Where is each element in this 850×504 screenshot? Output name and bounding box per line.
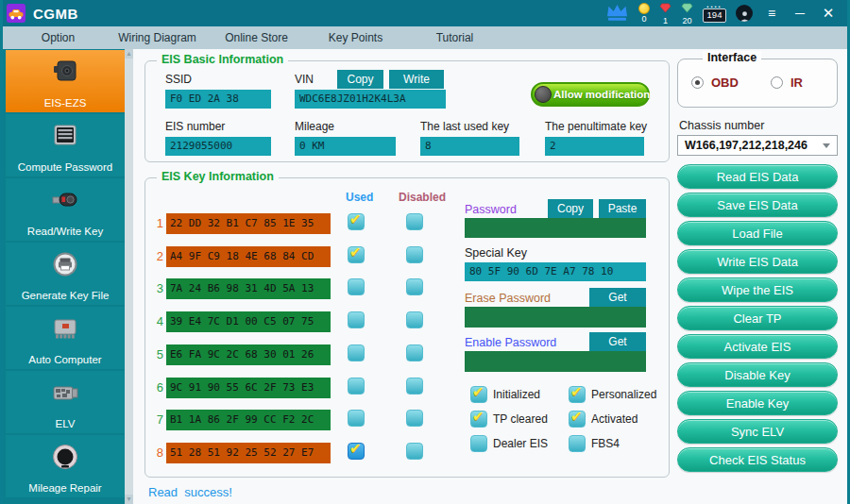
red-gem-stat[interactable]: 1 <box>659 1 672 25</box>
enable-key-button[interactable]: Enable Key <box>677 391 838 415</box>
eis-number-label: EIS number <box>165 120 225 133</box>
flag-checkbox[interactable] <box>569 386 586 403</box>
password-paste-button[interactable]: Paste <box>599 199 646 218</box>
flag-dealer-eis[interactable]: Dealer EIS <box>470 435 569 452</box>
used-checkbox[interactable] <box>348 443 365 460</box>
flag-label: Personalized <box>591 388 656 401</box>
toggle-label: Allow modification <box>553 89 650 100</box>
used-checkbox[interactable] <box>348 344 365 361</box>
write-eis-data-button[interactable]: Write EIS Data <box>677 249 838 274</box>
sidebar-scrollbar[interactable]: ▲ ▼ <box>125 49 133 504</box>
read-eis-data-button[interactable]: Read EIS Data <box>677 164 838 189</box>
disabled-checkbox[interactable] <box>406 246 423 263</box>
check-eis-status-button[interactable]: Check EIS Status <box>677 447 838 472</box>
menu-item-wiring-diagram[interactable]: Wiring Diagram <box>108 31 207 44</box>
minimize-icon[interactable]: ─ <box>790 0 809 26</box>
used-checkbox[interactable] <box>348 278 365 295</box>
flag-label: Dealer EIS <box>493 437 548 450</box>
flag-checkbox[interactable] <box>470 435 487 452</box>
disabled-checkbox[interactable] <box>406 213 423 230</box>
user-avatar-icon[interactable] <box>736 5 753 22</box>
vin-write-button[interactable]: Write <box>389 70 444 89</box>
calendar-stat[interactable]: •••• 194 <box>703 5 726 23</box>
special-key-field[interactable]: 80 5F 90 6D 7E A7 78 10 <box>465 262 646 281</box>
disabled-checkbox[interactable] <box>406 410 423 427</box>
used-checkbox[interactable] <box>348 246 365 263</box>
scroll-down-icon[interactable]: ▼ <box>125 495 133 504</box>
disabled-checkbox[interactable] <box>406 278 423 295</box>
disable-key-button[interactable]: Disable Key <box>677 362 838 387</box>
key-row: 37A 24 B6 98 31 4D 5A 13 <box>145 278 448 299</box>
disabled-checkbox[interactable] <box>406 443 423 460</box>
penultimate-key-field[interactable]: 2 <box>545 137 644 156</box>
flag-checkbox[interactable] <box>569 411 586 428</box>
close-icon[interactable]: ✕ <box>819 0 838 26</box>
sidebar-item-compute-password[interactable]: Compute Password <box>6 114 125 176</box>
sidebar-item-eis-ezs[interactable]: EIS-EZS <box>6 50 125 112</box>
sidebar-list: EIS-EZSCompute PasswordRead/Write KeyGen… <box>6 50 125 499</box>
menu-item-key-points[interactable]: Key Points <box>306 31 405 44</box>
vin-copy-button[interactable]: Copy <box>337 70 383 89</box>
penultimate-key-label: The penultimate key <box>545 120 647 133</box>
menu-bar: OptionWiring DiagramOnline StoreKey Poin… <box>3 26 847 49</box>
erase-password-label: Erase Password <box>465 292 551 305</box>
eis-number-field[interactable]: 2129055000 <box>165 137 271 156</box>
menu-item-option[interactable]: Option <box>8 31 108 44</box>
used-checkbox[interactable] <box>348 213 365 230</box>
password-field[interactable] <box>465 218 646 238</box>
sync-elv-button[interactable]: Sync ELV <box>677 419 838 444</box>
sidebar: EIS-EZSCompute PasswordRead/Write KeyGen… <box>3 49 133 504</box>
elv-icon <box>50 377 80 409</box>
allow-modification-toggle[interactable]: Allow modification <box>531 82 650 107</box>
vin-field[interactable]: WDC6E8JZ01H2K4L3A <box>295 90 446 109</box>
hamburger-menu-icon[interactable]: ≡ <box>762 0 781 26</box>
enable-password-field[interactable] <box>465 351 646 372</box>
flag-checkbox[interactable] <box>470 411 487 428</box>
menu-item-tutorial[interactable]: Tutorial <box>405 31 504 44</box>
coin-stat[interactable]: 0 <box>638 3 650 24</box>
password-copy-button[interactable]: Copy <box>548 199 593 218</box>
used-checkbox[interactable] <box>348 311 365 328</box>
ir-radio[interactable]: IR <box>771 76 803 90</box>
flag-activated[interactable]: Activated <box>569 411 659 428</box>
sidebar-item-elv[interactable]: ELV <box>6 371 125 433</box>
scroll-up-icon[interactable]: ▲ <box>125 49 133 59</box>
sidebar-item-generate-key-file[interactable]: Generate Key File <box>6 243 125 305</box>
wipe-the-eis-button[interactable]: Wipe the EIS <box>677 277 838 302</box>
flag-checkbox[interactable] <box>569 435 586 452</box>
mileage-field[interactable]: 0 KM <box>295 137 396 156</box>
enable-password-label: Enable Password <box>465 336 556 349</box>
used-checkbox[interactable] <box>348 378 365 395</box>
clear-tp-button[interactable]: Clear TP <box>677 306 838 330</box>
used-checkbox[interactable] <box>348 410 365 427</box>
erase-password-field[interactable] <box>465 307 646 328</box>
flag-tp-cleared[interactable]: TP cleared <box>470 411 569 428</box>
erase-password-get-button[interactable]: Get <box>589 288 646 307</box>
enable-password-get-button[interactable]: Get <box>589 332 646 351</box>
save-eis-data-button[interactable]: Save EIS Data <box>677 193 838 217</box>
ezs-icon <box>50 56 80 88</box>
chassis-number-select[interactable]: W166,197,212,218,246 <box>677 135 838 156</box>
flag-fbs4[interactable]: FBS4 <box>569 435 659 452</box>
menu-item-online-store[interactable]: Online Store <box>207 31 306 44</box>
last-used-key-field[interactable]: 8 <box>420 137 519 156</box>
disabled-checkbox[interactable] <box>406 344 423 361</box>
load-file-button[interactable]: Load File <box>677 221 838 245</box>
flag-initialized[interactable]: Initialized <box>470 386 569 403</box>
flag-checkbox[interactable] <box>470 386 487 403</box>
obd-radio[interactable]: OBD <box>691 76 739 90</box>
sidebar-item-label: Read/Write Key <box>27 226 103 237</box>
green-gem-stat[interactable]: 20 <box>681 1 693 25</box>
left-stack: EIS Basic Information SSID F0 ED 2A 38 V… <box>144 59 670 504</box>
flag-personalized[interactable]: Personalized <box>569 386 659 403</box>
sidebar-item-mileage-repair[interactable]: Mileage Repair <box>6 435 125 497</box>
crown-icon[interactable] <box>605 4 629 26</box>
group-title: EIS Basic Information <box>157 53 288 66</box>
disabled-checkbox[interactable] <box>406 378 423 395</box>
sidebar-item-label: Mileage Repair <box>28 482 101 494</box>
disabled-checkbox[interactable] <box>406 311 423 328</box>
sidebar-item-auto-computer[interactable]: Auto Computer <box>6 307 125 369</box>
activate-eis-button[interactable]: Activate EIS <box>677 334 838 359</box>
sidebar-item-read-write-key[interactable]: Read/Write Key <box>6 178 125 241</box>
ssid-field[interactable]: F0 ED 2A 38 <box>165 90 271 109</box>
